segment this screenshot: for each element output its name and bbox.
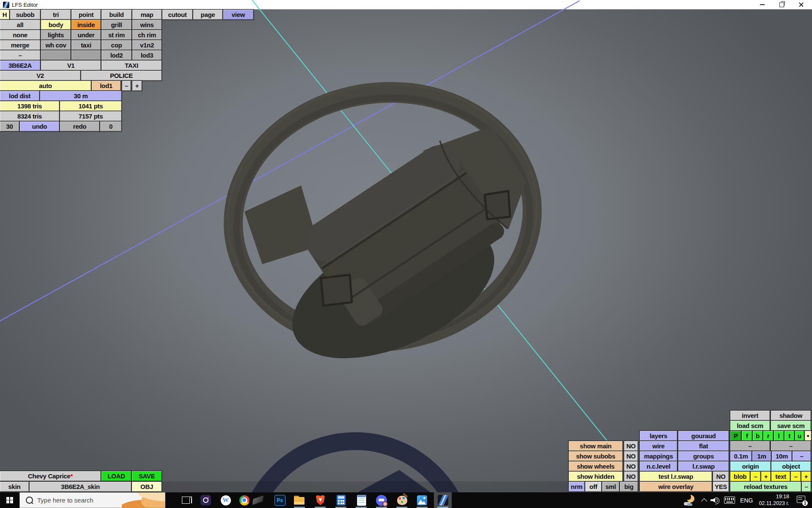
purple-app-icon[interactable] — [200, 494, 211, 506]
keyboard-icon[interactable] — [724, 497, 735, 504]
undo-button[interactable]: undo — [20, 121, 59, 131]
shading-dash-2[interactable]: – — [771, 441, 811, 451]
undo-count[interactable]: 30 — [0, 121, 19, 131]
show-wheels-value[interactable]: NO — [624, 461, 638, 471]
config-taxi[interactable]: TAXI — [102, 61, 162, 70]
lod-dist-value[interactable]: 30 m — [40, 91, 121, 101]
wikipedia-icon[interactable]: W — [220, 494, 231, 506]
redo-count[interactable]: 0 — [100, 121, 121, 131]
stat-pts-total[interactable]: 7157 pts — [60, 111, 121, 121]
text-button[interactable]: text — [771, 472, 790, 481]
menu-h[interactable]: H — [0, 10, 9, 19]
lod-lod1[interactable]: lod1 — [92, 81, 121, 91]
paint-icon[interactable] — [396, 494, 408, 506]
menu-point[interactable]: point — [71, 10, 101, 19]
config-v1[interactable]: V1 — [41, 61, 101, 70]
speaker-icon[interactable] — [710, 497, 720, 504]
weather-moon-icon[interactable] — [683, 494, 696, 507]
nc-level-button[interactable]: n.c.level — [640, 461, 677, 471]
discord-icon[interactable] — [376, 494, 387, 506]
show-subobs-value[interactable]: NO — [624, 451, 638, 461]
show-wheels-button[interactable]: show wheels — [569, 461, 623, 471]
filter-wh-cov[interactable]: wh cov — [41, 40, 71, 50]
lfs-editor-taskbar-active[interactable] — [434, 492, 452, 508]
lod-plus-button[interactable]: + — [132, 81, 142, 91]
filter-none[interactable]: none — [0, 30, 40, 40]
photoshop-icon[interactable]: Ps — [274, 494, 285, 506]
layer-dot-toggle[interactable]: ● — [805, 431, 811, 441]
config-v2[interactable]: V2 — [0, 71, 80, 80]
wire-overlay-button[interactable]: wire overlay — [640, 482, 712, 491]
gouraud-button[interactable]: gouraud — [678, 431, 729, 441]
menu-view-active[interactable]: view — [223, 10, 253, 19]
stat-tris-current[interactable]: 1398 tris — [0, 101, 59, 111]
filter-lights[interactable]: lights — [41, 30, 71, 40]
text-minus-button[interactable]: – — [791, 472, 801, 481]
gray-wedge-app-icon[interactable] — [252, 494, 263, 506]
layer-b-toggle[interactable]: b — [753, 431, 763, 441]
save-scm-button[interactable]: save scm — [771, 421, 811, 431]
origin-button[interactable]: origin — [730, 461, 771, 471]
obj-button[interactable]: OBJ — [132, 482, 162, 491]
menu-map[interactable]: map — [132, 10, 162, 19]
chevron-up-icon[interactable] — [701, 498, 707, 504]
filter-all[interactable]: all — [0, 20, 40, 30]
filter-grill[interactable]: grill — [102, 20, 132, 30]
blob-button[interactable]: blob — [730, 472, 750, 481]
lod-dist-label[interactable]: lod dist — [0, 91, 39, 101]
start-button[interactable] — [0, 492, 19, 508]
filter-taxi[interactable]: taxi — [71, 40, 101, 50]
clock[interactable]: 19:18 02.11.2023 г. — [759, 494, 789, 507]
filter-body[interactable]: body — [41, 20, 71, 30]
filter-wins[interactable]: wins — [132, 20, 162, 30]
reload-textures-button[interactable]: reload textures — [730, 482, 801, 491]
nrm-off-button[interactable]: off — [585, 482, 601, 491]
filter-under[interactable]: under — [71, 30, 101, 40]
mappings-button[interactable]: mappings — [640, 451, 677, 461]
save-button[interactable]: SAVE — [132, 471, 162, 481]
blob-plus-button[interactable]: + — [761, 472, 771, 481]
grid-10m-button[interactable]: 10m — [772, 451, 792, 461]
layer-r-toggle[interactable]: r — [763, 431, 773, 441]
shadow-button[interactable]: shadow — [771, 411, 811, 420]
blob-minus-button[interactable]: – — [751, 472, 760, 481]
menu-build[interactable]: build — [102, 10, 132, 19]
skin-name-field[interactable]: 3B6E2A_skin — [30, 482, 131, 491]
calculator-icon[interactable] — [335, 494, 347, 506]
wire-overlay-value[interactable]: YES — [713, 482, 729, 491]
model-name-field[interactable]: Chevy Caprice* — [0, 471, 101, 481]
brave-icon[interactable] — [315, 494, 326, 506]
chrome-icon[interactable] — [239, 494, 250, 506]
layer-p-toggle[interactable]: P — [730, 431, 741, 441]
show-hidden-value[interactable]: NO — [624, 472, 638, 481]
layer-f-toggle[interactable]: f — [742, 431, 752, 441]
flat-button[interactable]: flat — [678, 441, 729, 451]
lr-swap-button[interactable]: l.r.swap — [678, 461, 729, 471]
photos-icon[interactable] — [416, 494, 428, 506]
filter-inside[interactable]: inside — [71, 20, 101, 30]
groups-button[interactable]: groups — [678, 451, 729, 461]
menu-page[interactable]: page — [193, 10, 222, 19]
load-scm-button[interactable]: load scm — [730, 421, 770, 431]
load-button[interactable]: LOAD — [102, 471, 131, 481]
notepad-icon[interactable] — [356, 494, 367, 506]
nrm-sml-button[interactable]: sml — [602, 482, 619, 491]
layer-u-toggle[interactable]: u — [795, 431, 804, 441]
layer-l-toggle[interactable]: l — [774, 431, 784, 441]
object-button[interactable]: object — [771, 461, 811, 471]
invert-button[interactable]: invert — [730, 411, 770, 420]
layers-button[interactable]: layers — [640, 431, 677, 441]
filter-merge[interactable]: merge — [0, 40, 40, 50]
file-explorer-icon[interactable] — [294, 494, 305, 506]
filter-v1n2[interactable]: v1n2 — [132, 40, 162, 50]
menu-tri[interactable]: tri — [41, 10, 71, 19]
lod-minus-button[interactable]: – — [122, 81, 131, 91]
filter-lod2[interactable]: lod2 — [102, 50, 132, 60]
stat-tris-total[interactable]: 8324 tris — [0, 111, 59, 121]
filter-lod3[interactable]: lod3 — [132, 50, 162, 60]
test-lr-swap-button[interactable]: test l.r.swap — [640, 472, 712, 481]
stat-pts-current[interactable]: 1041 pts — [60, 101, 121, 111]
reload-dash-button[interactable]: – — [802, 482, 811, 491]
text-plus-button[interactable]: + — [801, 472, 811, 481]
layer-t-toggle[interactable]: t — [785, 431, 794, 441]
